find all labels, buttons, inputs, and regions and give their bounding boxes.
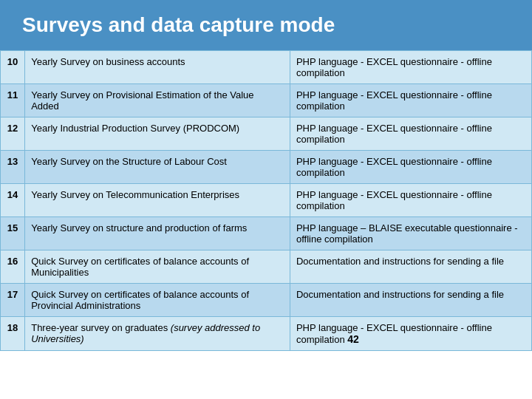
survey-name: Quick Survey on certificates of balance … <box>25 250 290 284</box>
survey-name: Yearly Survey on business accounts <box>25 51 290 84</box>
table-row: 17Quick Survey on certificates of balanc… <box>1 284 532 317</box>
capture-mode: PHP language - EXCEL questionnaire - off… <box>290 117 531 151</box>
row-number: 17 <box>1 284 25 317</box>
survey-name: Yearly Survey on the Structure of Labour… <box>25 151 290 184</box>
table-row: 12Yearly Industrial Production Survey (P… <box>1 117 532 151</box>
row-number: 14 <box>1 184 25 217</box>
survey-name: Yearly Survey on Telecommunication Enter… <box>25 184 290 217</box>
row-number: 15 <box>1 217 25 250</box>
page: Surveys and data capture mode 10Yearly S… <box>0 0 532 351</box>
capture-mode: PHP language - EXCEL questionnaire - off… <box>290 317 531 351</box>
capture-mode: PHP language - EXCEL questionnaire - off… <box>290 151 531 184</box>
survey-name: Yearly Survey on Provisional Estimation … <box>25 84 290 117</box>
table-row: 16Quick Survey on certificates of balanc… <box>1 250 532 284</box>
surveys-table: 10Yearly Survey on business accountsPHP … <box>0 50 532 351</box>
row-number: 12 <box>1 117 25 151</box>
survey-name: Three-year survey on graduates (survey a… <box>25 317 290 351</box>
table-row: 13Yearly Survey on the Structure of Labo… <box>1 151 532 184</box>
row-number: 11 <box>1 84 25 117</box>
table-row: 10Yearly Survey on business accountsPHP … <box>1 51 532 84</box>
table-row: 15Yearly Survey on structure and product… <box>1 217 532 250</box>
capture-mode: PHP language - EXCEL questionnaire - off… <box>290 184 531 217</box>
capture-mode: PHP language - EXCEL questionnaire - off… <box>290 84 531 117</box>
page-title: Surveys and data capture mode <box>22 13 510 37</box>
capture-mode: Documentation and instructions for sendi… <box>290 284 531 317</box>
capture-mode: Documentation and instructions for sendi… <box>290 250 531 284</box>
table-row: 14Yearly Survey on Telecommunication Ent… <box>1 184 532 217</box>
capture-mode: PHP language – BLAISE executable questio… <box>290 217 531 250</box>
row-number: 10 <box>1 51 25 84</box>
survey-name: Quick Survey on certificates of balance … <box>25 284 290 317</box>
survey-name: Yearly Survey on structure and productio… <box>25 217 290 250</box>
table-row: 18Three-year survey on graduates (survey… <box>1 317 532 351</box>
row-number: 16 <box>1 250 25 284</box>
row-number: 18 <box>1 317 25 351</box>
capture-mode: PHP language - EXCEL questionnaire - off… <box>290 51 531 84</box>
row-number: 13 <box>1 151 25 184</box>
table-row: 11Yearly Survey on Provisional Estimatio… <box>1 84 532 117</box>
survey-name: Yearly Industrial Production Survey (PRO… <box>25 117 290 151</box>
title-bar: Surveys and data capture mode <box>0 0 532 50</box>
